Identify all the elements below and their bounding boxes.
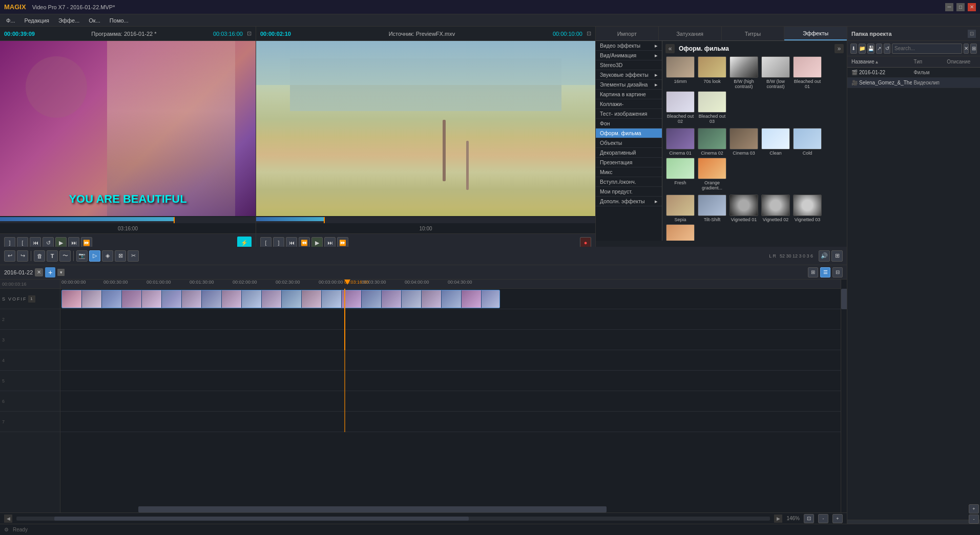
tab-titles[interactable]: Титры — [722, 27, 785, 40]
track-label-7: 7 — [0, 412, 60, 432]
effect-tiltshift[interactable]: Tilt-Shift — [697, 195, 727, 222]
proj-col-name[interactable]: Название▴ — [849, 59, 912, 65]
sidebar-decorative[interactable]: Декоративный — [596, 148, 662, 158]
effect-bw-low[interactable]: B/W (low contrast) — [761, 56, 790, 89]
effect-vign02[interactable]: Vignetted 02 — [761, 195, 790, 222]
proj-folder-btn[interactable]: 📁 — [859, 44, 866, 54]
timeline-grid-view-btn[interactable]: ⊞ — [808, 267, 818, 277]
effects-nav-left[interactable]: « — [665, 44, 675, 53]
sidebar-my-presets[interactable]: Мои предуст. — [596, 187, 662, 197]
video-clip-1[interactable] — [61, 290, 500, 308]
timeline-arrow-btn[interactable]: ▾ — [57, 269, 65, 276]
sidebar-design-elements[interactable]: Элементы дизайна▸ — [596, 80, 662, 90]
timeline-vscrollbar[interactable]: + - — [841, 280, 847, 512]
effect-cold[interactable]: Cold — [793, 128, 822, 156]
effect-cinema03[interactable]: Cinema 03 — [729, 128, 759, 156]
timeline-add-btn[interactable]: + — [45, 267, 55, 277]
effect-sepia[interactable]: Sepia — [665, 195, 695, 222]
sidebar-view-animation[interactable]: Вид/Анимация▸ — [596, 51, 662, 60]
volume-btn[interactable]: 🔊 — [819, 250, 830, 262]
sidebar-background[interactable]: Фон — [596, 119, 662, 129]
view-toggle-btn[interactable]: ⊞ — [831, 250, 843, 262]
curve-btn[interactable]: 〜 — [59, 250, 71, 262]
proj-row-2[interactable]: 🎥 Selena_Gomez_&_The_S... Видеоклип — [847, 78, 980, 88]
sidebar-additional-effects[interactable]: Дополн. эффекты▸ — [596, 197, 662, 206]
program-fullscreen-btn[interactable]: ⊡ — [247, 30, 252, 37]
zoom-fit-btn[interactable]: ⊡ — [804, 514, 814, 523]
sidebar-test-images[interactable]: Тест- изображения — [596, 109, 662, 119]
effect-70s-look[interactable]: 70s look — [697, 56, 727, 89]
trim-btn[interactable]: ⊠ — [115, 250, 126, 262]
tab-transitions[interactable]: Затухания — [659, 27, 722, 40]
sidebar-stereo3d[interactable]: Stereo3D — [596, 60, 662, 70]
effect-cinema01[interactable]: Cinema 01 — [665, 128, 695, 156]
right-panel-scrollbar[interactable] — [847, 520, 980, 524]
effect-bleached01[interactable]: Bleached out 01 — [793, 56, 822, 89]
snap-btn[interactable]: 📷 — [76, 250, 88, 262]
timeline-bottom-left-btn[interactable]: ◀ — [4, 515, 12, 523]
split-btn[interactable]: ✂ — [128, 250, 139, 262]
sidebar-intro-outro[interactable]: Вступл./оконч. — [596, 177, 662, 187]
sidebar-video-effects[interactable]: Видео эффекты▸ — [596, 41, 662, 51]
timeline-scrollbar[interactable] — [60, 506, 841, 512]
timeline-list-view-btn[interactable]: ☰ — [820, 267, 830, 277]
sidebar-audio-effects[interactable]: Звуковые эффекты▸ — [596, 70, 662, 80]
timeline-expand-btn[interactable]: ⊟ — [832, 267, 843, 277]
select-btn[interactable]: ▷ — [89, 250, 100, 262]
maximize-button[interactable]: □ — [956, 3, 965, 11]
sidebar-collage[interactable]: Коллажи- — [596, 99, 662, 109]
effect-16mm[interactable]: 16mm — [665, 56, 695, 89]
proj-col-desc[interactable]: Описание — [945, 59, 978, 65]
ripple-btn[interactable]: ◈ — [102, 250, 113, 262]
sidebar-objects[interactable]: Объекты — [596, 138, 662, 148]
redo-btn[interactable]: ↪ — [17, 250, 28, 262]
delete-btn[interactable]: 🗑 — [34, 250, 45, 262]
timeline-scroll-track[interactable] — [16, 517, 770, 521]
text-btn[interactable]: T — [47, 250, 58, 262]
source-fullscreen-btn[interactable]: ⊡ — [587, 30, 591, 37]
proj-import-btn[interactable]: ⬇ — [850, 44, 857, 54]
effect-warm[interactable]: Warm — [665, 224, 695, 241]
track1-icon[interactable]: 1 — [28, 295, 35, 303]
effect-orange[interactable]: Orange gradient... — [697, 158, 727, 190]
effects-nav-right[interactable]: » — [835, 44, 844, 53]
timeline-minus-btn[interactable]: - — [818, 514, 828, 523]
track-content[interactable]: 00:00:00:00 00:00:30:00 00:01:00:00 00:0… — [60, 280, 841, 512]
proj-save-btn[interactable]: 💾 — [867, 44, 874, 54]
effect-vign01[interactable]: Vignetted 01 — [729, 195, 759, 222]
menu-edit[interactable]: Редакция — [20, 16, 53, 25]
effects-grid: « Оформ. фильма » 16mm — [662, 41, 847, 241]
timeline-bottom-right-btn[interactable]: ▶ — [774, 515, 782, 523]
track-label-5: 5 — [0, 371, 60, 391]
undo-btn[interactable]: ↩ — [4, 250, 15, 262]
effect-bleached02[interactable]: Bleached out 02 — [665, 91, 695, 124]
sidebar-pip[interactable]: Картина в картине — [596, 90, 662, 99]
proj-search-input[interactable] — [892, 44, 962, 54]
effect-fresh[interactable]: Fresh — [665, 158, 695, 190]
timeline-plus-btn[interactable]: + — [832, 514, 843, 523]
effect-cinema02[interactable]: Cinema 02 — [697, 128, 727, 156]
menu-ok[interactable]: Ок... — [85, 16, 105, 25]
sidebar-mix[interactable]: Микс — [596, 167, 662, 177]
menu-effects[interactable]: Эффе... — [54, 16, 84, 25]
tab-effects[interactable]: Эффекты — [784, 27, 847, 40]
effect-vign03[interactable]: Vignetted 03 — [793, 195, 822, 222]
menu-file[interactable]: Ф... — [2, 16, 19, 25]
tab-import[interactable]: Импорт — [596, 27, 659, 40]
effect-bw-high[interactable]: B/W (high contrast) — [729, 56, 759, 89]
sidebar-presentation[interactable]: Презентация — [596, 158, 662, 167]
minimize-button[interactable]: ─ — [945, 3, 953, 11]
proj-row-1[interactable]: 🎬 2016-01-22 Фильм — [847, 68, 980, 78]
proj-search-clear-btn[interactable]: ✕ — [964, 44, 969, 54]
proj-view-btn[interactable]: ⊞ — [970, 44, 977, 54]
sidebar-film-look[interactable]: Оформ. фильма — [596, 129, 662, 138]
effect-bleached03[interactable]: Bleached out 03 — [697, 91, 727, 124]
close-button[interactable]: ✕ — [968, 3, 976, 11]
right-panel-expand-btn[interactable]: ⊡ — [968, 30, 976, 38]
menu-help[interactable]: Помо... — [106, 16, 133, 25]
proj-refresh-btn[interactable]: ↺ — [884, 44, 890, 54]
proj-col-type[interactable]: Тип — [912, 59, 945, 65]
timeline-close-btn[interactable]: ✕ — [35, 268, 43, 276]
proj-export-btn[interactable]: ↗ — [876, 44, 883, 54]
effect-clean[interactable]: Clean — [761, 128, 790, 156]
